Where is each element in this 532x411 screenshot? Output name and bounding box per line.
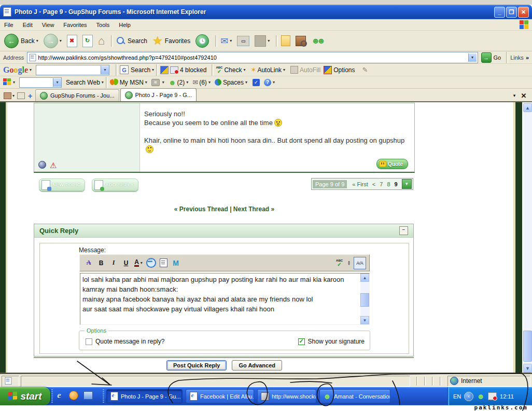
favorites-button[interactable]: ★ Favorites <box>151 33 191 49</box>
editor-mode-toggle[interactable]: A∕A <box>354 257 366 269</box>
forward-dropdown-icon[interactable]: ▾ <box>60 38 62 43</box>
msn-flag-icon[interactable] <box>3 78 11 86</box>
quick-launch-ie-icon[interactable]: e <box>54 390 64 401</box>
hotmail-dropdown-icon[interactable]: ▾ <box>208 80 211 85</box>
taskbar-button-shockwave[interactable]: http://www.shockwa... <box>257 389 316 403</box>
msn-flag-dropdown-icon[interactable]: ▾ <box>13 80 15 85</box>
tab-photo-j[interactable]: Photo J - Page 9 - G... <box>120 88 197 101</box>
messenger-button[interactable]: ☻☻ <box>310 33 324 49</box>
print-button[interactable]: ▭ <box>236 33 250 49</box>
report-post-icon[interactable]: ⚠ <box>50 161 57 170</box>
show-signature-checkbox[interactable] <box>298 338 305 345</box>
wrap-quote-icon[interactable] <box>158 257 169 268</box>
first-page-link[interactable]: « First <box>352 181 368 187</box>
mail-dropdown-icon[interactable]: ▾ <box>230 38 232 43</box>
pagerank-icon[interactable] <box>160 66 169 74</box>
address-dropdown-icon[interactable]: ▾ <box>468 53 477 62</box>
edit-button[interactable]: ▾ <box>254 33 271 49</box>
google-options-button[interactable]: Options <box>333 66 355 74</box>
messenger-dropdown-icon[interactable]: ▾ <box>186 80 188 85</box>
tray-messenger-icon[interactable]: ☻ <box>477 392 485 400</box>
resize-editor-icon[interactable]: ▲▼ <box>347 261 351 266</box>
quote-message-checkbox[interactable] <box>86 338 92 345</box>
insert-media-icon[interactable]: M <box>170 257 181 268</box>
forward-button[interactable]: → ▾ <box>43 33 63 49</box>
language-bar-icon[interactable]: ‹ <box>464 392 473 401</box>
open-window-icon[interactable] <box>17 91 25 100</box>
back-button[interactable]: ← Back ▾ <box>3 33 39 49</box>
menu-view[interactable]: View <box>42 22 54 28</box>
menu-favorites[interactable]: Favorites <box>63 22 87 28</box>
msn-search-dropdown-icon[interactable]: ▾ <box>53 78 61 87</box>
vertical-scrollbar[interactable]: ▲ ▼ <box>523 102 532 373</box>
textarea-scrollbar[interactable]: ▲ ▼ <box>360 273 369 324</box>
messenger-count[interactable]: (2) <box>177 79 185 86</box>
check-dropdown-icon[interactable]: ▾ <box>243 67 245 72</box>
restore-button[interactable]: ❐ <box>506 7 517 18</box>
scrollbar-thumb[interactable] <box>360 293 369 307</box>
scrollbar-thumb[interactable] <box>523 331 532 362</box>
start-button[interactable]: start <box>0 387 50 405</box>
search-web-dropdown-icon[interactable]: ▾ <box>102 80 104 85</box>
page-8-link[interactable]: 8 <box>387 181 390 187</box>
quick-launch-messenger-icon[interactable] <box>83 390 93 401</box>
help-dropdown-icon[interactable]: ▾ <box>273 80 275 85</box>
go-button[interactable]: → Go <box>481 52 501 63</box>
hotmail-icon[interactable]: ✉ <box>192 78 198 86</box>
popup-blocker-icon[interactable] <box>170 66 178 74</box>
new-topic-button[interactable]: NEW TOPIC <box>39 179 85 191</box>
messenger-buddy-icon[interactable]: ☻ <box>169 79 176 86</box>
history-button[interactable]: 🕓 <box>194 33 210 49</box>
minimize-button[interactable]: _ <box>494 7 505 18</box>
tab-close-icon[interactable]: ✕ <box>520 91 528 100</box>
page-dropdown-icon[interactable]: ▼ <box>402 179 412 189</box>
prev-page-link[interactable]: < <box>372 181 375 187</box>
add-reply-button[interactable]: ADD REPLY <box>92 179 138 191</box>
stop-button[interactable]: ✖ <box>66 33 78 49</box>
scroll-down-icon[interactable]: ▼ <box>523 364 532 373</box>
highlighter-pen-icon[interactable]: ✎ <box>362 66 368 74</box>
scroll-up-icon[interactable]: ▲ <box>523 103 532 112</box>
rss-dropdown-icon[interactable]: ▾ <box>162 80 164 85</box>
message-textarea[interactable]: lol sahi kaha par abhi mai majboran gups… <box>81 274 362 324</box>
tab-gupshup-forums[interactable]: GupShup Forums - Jou... <box>35 89 119 101</box>
back-dropdown-icon[interactable]: ▾ <box>36 38 38 43</box>
quote-button[interactable]: Quote <box>376 159 408 169</box>
menu-edit[interactable]: Edit <box>23 22 33 28</box>
help-icon[interactable]: ? <box>264 79 271 86</box>
spaces-dropdown-icon[interactable]: ▾ <box>245 80 247 85</box>
google-search-menu-icon[interactable]: ▾ <box>152 67 154 72</box>
thread-nav[interactable]: « Previous Thread | Next Thread » <box>34 206 415 213</box>
tray-security-icon[interactable] <box>488 392 497 400</box>
menu-help[interactable]: Help <box>119 22 131 28</box>
menu-tools[interactable]: Tools <box>96 22 110 28</box>
spellcheck-button[interactable]: ABC✓ <box>336 259 343 267</box>
refresh-button[interactable]: ↻ <box>81 33 94 49</box>
my-msn-dropdown-icon[interactable]: ▾ <box>145 80 147 85</box>
home-button[interactable]: ⌂ <box>97 33 106 49</box>
autolink-dropdown-icon[interactable]: ▾ <box>283 67 285 72</box>
underline-button[interactable]: U <box>120 257 132 268</box>
tab-list-dropdown-icon[interactable]: ▾ <box>510 91 519 100</box>
page-7-link[interactable]: 7 <box>380 181 383 187</box>
discuss-button[interactable] <box>280 33 291 49</box>
google-search-button[interactable]: Search <box>131 66 150 74</box>
taskbar-button-photo-j[interactable]: Photo J - Page 9 - Gu... <box>106 389 183 403</box>
form-fill-icon[interactable]: ✓ <box>253 79 260 86</box>
insert-link-icon[interactable] <box>145 257 157 268</box>
address-input[interactable] <box>37 53 468 62</box>
blocked-label[interactable]: 4 blocked <box>180 66 206 74</box>
taskbar-button-amanat[interactable]: ☻ Amanat - Conversation <box>319 389 390 403</box>
links-chevron[interactable]: » <box>526 54 529 61</box>
go-advanced-button[interactable]: Go Advanced <box>232 360 282 371</box>
google-logo-dropdown-icon[interactable]: ▾ <box>30 67 32 72</box>
search-web-button[interactable]: Search Web <box>66 79 100 86</box>
research-button[interactable] <box>295 33 307 49</box>
mail-count[interactable]: (6) <box>199 79 207 86</box>
search-button[interactable]: Search <box>115 33 148 49</box>
tab-home-dropdown-icon[interactable]: ▾ <box>12 93 15 98</box>
spaces-button[interactable]: Spaces <box>223 79 244 86</box>
rss-icon[interactable]: ≋ <box>151 79 160 86</box>
remove-format-icon[interactable]: A <box>83 257 94 268</box>
google-search-dropdown-icon[interactable]: ▾ <box>101 66 109 74</box>
